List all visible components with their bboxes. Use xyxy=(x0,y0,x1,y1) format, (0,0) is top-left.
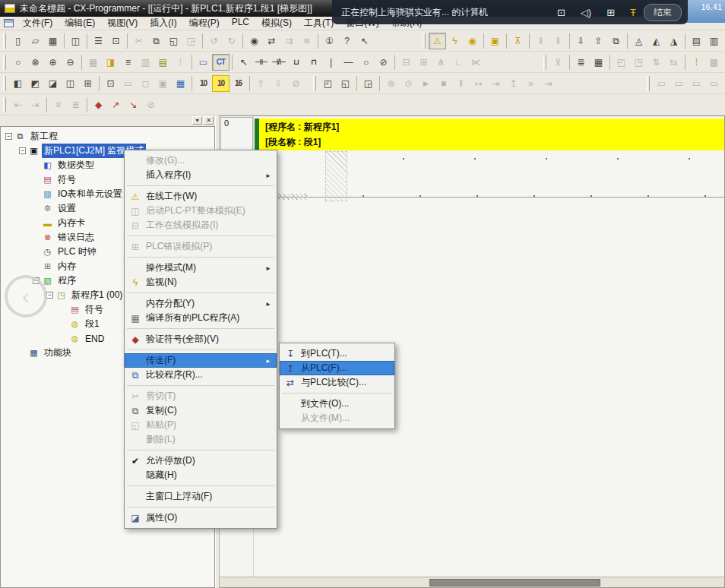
watch-window-button[interactable]: ⊡ xyxy=(102,75,119,92)
remote-tool-icon[interactable]: Ŧ xyxy=(630,7,636,18)
print-button[interactable]: ☰ xyxy=(90,33,107,49)
open-button[interactable]: ▱ xyxy=(27,33,44,49)
sim-download-button[interactable]: ◰ xyxy=(319,75,337,92)
menubar-item-3[interactable]: 视图(V) xyxy=(101,16,144,30)
ladder-display-button[interactable]: ▤ xyxy=(154,54,172,71)
block-insert-button[interactable]: ◆ xyxy=(90,96,107,113)
block-down-button[interactable]: ↘ xyxy=(125,96,142,113)
tree-expander[interactable]: − xyxy=(19,147,26,154)
sim-upload-button[interactable]: ◱ xyxy=(337,75,354,92)
new-file-button[interactable]: ▯ xyxy=(9,33,27,49)
transfer-submenu-item-c[interactable]: ⇄与PLC比较(C)... xyxy=(280,375,394,390)
vertical-line-button[interactable]: | xyxy=(322,54,340,71)
tree-item-label[interactable]: 符号 xyxy=(83,302,106,317)
context-menu-item-c[interactable]: ⧉复制(C) xyxy=(125,403,277,418)
scrollbar-thumb[interactable] xyxy=(429,579,600,586)
plc-memory-button[interactable]: ▤ xyxy=(688,33,705,49)
menubar-item-4[interactable]: 插入(I) xyxy=(144,16,182,30)
download-to-plc-button[interactable]: ⇩ xyxy=(572,33,590,49)
tree-expander[interactable]: − xyxy=(5,133,12,140)
tree-item-label[interactable]: END xyxy=(83,333,106,345)
menubar-item-6[interactable]: PLC xyxy=(226,16,255,30)
context-menu-item-o[interactable]: ◪属性(O) xyxy=(125,511,277,525)
help-button[interactable]: ? xyxy=(338,33,356,49)
context-menu-item-n[interactable]: ϟ监视(N) xyxy=(125,275,277,289)
tree-item-label[interactable]: 段1 xyxy=(83,317,102,331)
save-button[interactable]: ▦ xyxy=(44,33,62,49)
new-window-button[interactable]: ⊞ xyxy=(79,75,97,92)
print-preview-button[interactable]: ⊡ xyxy=(107,33,125,49)
cascade-windows-button[interactable]: ◧ xyxy=(9,75,27,92)
tree-item-label[interactable]: 新程序1 (00) xyxy=(69,288,125,302)
menubar-item-5[interactable]: 编程(P) xyxy=(183,16,226,30)
context-menu-item-r[interactable]: ⧉比较程序(R)... xyxy=(125,368,277,382)
fullscreen-icon[interactable]: ⊡ xyxy=(557,7,565,18)
new-closed-coil-button[interactable]: ⊘ xyxy=(375,54,392,71)
tree-item-label[interactable]: 符号 xyxy=(55,172,78,187)
tree-item-label[interactable]: 功能块 xyxy=(42,346,74,360)
send-changes-button[interactable]: ◭ xyxy=(647,33,665,49)
online-edit-button[interactable]: ⊼ xyxy=(509,33,527,49)
symbol-display-button[interactable]: ◨ xyxy=(102,54,119,71)
menubar-item-7[interactable]: 模拟(S) xyxy=(255,16,298,30)
zoom-tool-button[interactable]: ○ xyxy=(9,54,27,71)
horizontal-line-button[interactable]: — xyxy=(340,54,357,71)
work-online-button[interactable]: ⚠ xyxy=(429,33,446,49)
end-session-button[interactable]: 结束 xyxy=(644,4,682,21)
context-menu-item-v[interactable]: ◆验证符号(全部)(V) xyxy=(125,332,277,346)
tree-item-label[interactable]: 程序 xyxy=(55,273,78,288)
new-coil-button[interactable]: ○ xyxy=(357,54,375,71)
new-contact-button[interactable]: ⊣⊢ xyxy=(252,54,270,71)
io-table-button[interactable]: ▥ xyxy=(705,33,723,49)
tree-item-label[interactable]: 设置 xyxy=(55,201,78,216)
zoom-in-button[interactable]: ⊕ xyxy=(44,54,62,71)
menubar-item-1[interactable]: 文件(F) xyxy=(17,16,59,30)
tree-item-label[interactable]: 内存卡 xyxy=(55,216,87,230)
address-stack-button[interactable]: ≣ xyxy=(572,54,590,71)
volume-icon[interactable]: ◁) xyxy=(581,7,591,18)
arrange-icons-button[interactable]: ◫ xyxy=(62,75,79,92)
menubar-item-2[interactable]: 编辑(E) xyxy=(59,16,101,30)
context-menu-item-a[interactable]: ▦编译所有的PLC程序(A) xyxy=(125,311,277,325)
transfer-submenu-item-f[interactable]: ↥从PLC(F)... xyxy=(280,361,394,375)
tree-item-label[interactable]: 内存 xyxy=(55,259,78,273)
contact-tag-button[interactable]: CT xyxy=(212,54,230,71)
panel-close-button[interactable]: ✕ xyxy=(204,116,214,125)
cross-reference-button[interactable]: ⁞ xyxy=(688,54,705,71)
tree-item-label[interactable]: PLC 时钟 xyxy=(55,245,99,259)
upload-from-plc-button[interactable]: ⇧ xyxy=(590,33,607,49)
cancel-changes-button[interactable]: ◮ xyxy=(665,33,682,49)
replace-button[interactable]: ⇄ xyxy=(263,33,280,49)
online-edit-rungs-button[interactable]: ◬ xyxy=(630,33,647,49)
context-menu-item-y[interactable]: 内存分配(Y)► xyxy=(125,296,277,311)
new-closed-contact-button[interactable]: ⊣/⊢ xyxy=(270,54,287,71)
tree-item-label[interactable]: 错误日志 xyxy=(55,230,97,245)
tile-horizontal-button[interactable]: ◩ xyxy=(27,75,44,92)
select-tool-button[interactable]: ↖ xyxy=(235,54,252,71)
new-or-closed-contact-button[interactable]: ⊓ xyxy=(305,54,322,71)
screen-layout-icon[interactable]: ⊞ xyxy=(606,7,615,18)
block-up-button[interactable]: ↗ xyxy=(107,96,125,113)
decimal-monitor-button[interactable]: 10 xyxy=(212,75,230,92)
tree-item-label[interactable]: 新工程 xyxy=(28,129,60,144)
data-trace-button[interactable]: ▦ xyxy=(172,75,189,92)
compile-program-button[interactable]: ▦ xyxy=(590,54,607,71)
tile-vertical-button[interactable]: ◪ xyxy=(44,75,62,92)
about-button[interactable]: ① xyxy=(321,33,338,49)
copy-button[interactable]: ⧉ xyxy=(147,33,165,49)
tree-expander[interactable]: − xyxy=(46,292,53,299)
compare-with-plc-button[interactable]: ⧉ xyxy=(607,33,625,49)
context-menu-item-f[interactable]: 主窗口上浮动(F) xyxy=(125,489,277,504)
context-menu-item-h[interactable]: 隐藏(H) xyxy=(125,468,277,482)
transfer-submenu-item-t[interactable]: ↧到PLC(T)... xyxy=(280,346,394,361)
monitor-button[interactable]: ϟ xyxy=(446,33,464,49)
find-in-project-button[interactable]: ◫ xyxy=(67,33,84,49)
hex-display-button[interactable]: 16 xyxy=(230,75,247,92)
transfer-submenu-item-o[interactable]: 到文件(O)... xyxy=(280,397,394,411)
context-menu-item-m[interactable]: 操作模式(M)► xyxy=(125,261,277,275)
context-menu-item-w[interactable]: ⚠在线工作(W) xyxy=(125,189,277,204)
sim-settings-button[interactable]: ◲ xyxy=(359,75,377,92)
io-monitor-button[interactable]: ▣ xyxy=(486,33,504,49)
tree-item-label[interactable]: 数据类型 xyxy=(55,158,97,172)
child-window-icon[interactable] xyxy=(4,19,14,27)
